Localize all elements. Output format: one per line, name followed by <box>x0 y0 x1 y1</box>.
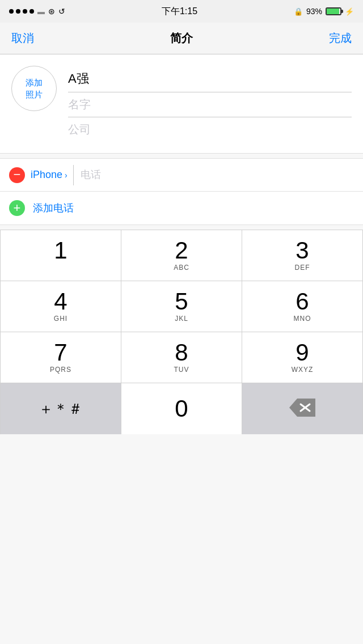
dial-number-3: 3 <box>296 239 309 262</box>
name-fields <box>68 66 352 142</box>
status-left: ▬ ⊛ ↺ <box>9 7 65 16</box>
backspace-icon <box>289 399 315 419</box>
dial-letters-5: JKL <box>175 315 188 324</box>
signal-dot-2 <box>16 9 20 14</box>
refresh-icon: ↺ <box>58 7 65 16</box>
dial-number-2: 2 <box>175 239 188 262</box>
status-right: 🔒 93% ⚡ <box>294 7 354 16</box>
dial-letters-7: PQRS <box>50 366 71 375</box>
add-phone-row: + 添加电话 <box>0 192 363 224</box>
wifi-icon: ⊛ <box>48 7 55 16</box>
first-name-input[interactable] <box>68 66 352 92</box>
dial-number-7: 7 <box>54 341 67 365</box>
dial-key-7[interactable]: 7 PQRS <box>1 332 121 383</box>
add-photo-label: 添加 照片 <box>26 77 43 100</box>
phone-row: − iPhone › <box>0 159 363 192</box>
add-photo-button[interactable]: 添加 照片 <box>11 66 57 111</box>
dial-key-6[interactable]: 6 MNO <box>242 281 363 332</box>
cancel-button[interactable]: 取消 <box>11 31 34 46</box>
svg-marker-0 <box>289 399 315 417</box>
dial-key-4[interactable]: 4 GHI <box>1 281 121 332</box>
last-name-input[interactable] <box>68 92 352 117</box>
carrier-icon: ▬ <box>37 7 45 16</box>
company-input[interactable] <box>68 117 352 142</box>
dial-key-backspace[interactable] <box>242 383 363 434</box>
dial-letters-9: WXYZ <box>292 366 314 375</box>
battery-icon <box>326 7 341 15</box>
dial-letters-1 <box>60 264 62 273</box>
plus-icon: + <box>14 202 21 214</box>
dial-number-4: 4 <box>54 290 67 313</box>
dial-number-0: 0 <box>175 397 188 421</box>
status-bar: ▬ ⊛ ↺ 下午1:15 🔒 93% ⚡ <box>0 0 363 23</box>
dial-letters-3: DEF <box>295 264 310 273</box>
signal-dot-4 <box>29 9 34 14</box>
dial-key-9[interactable]: 9 WXYZ <box>242 332 363 383</box>
dial-key-special[interactable]: ＋＊＃ <box>1 383 121 434</box>
phone-divider <box>73 165 74 185</box>
dial-number-5: 5 <box>175 290 188 313</box>
nav-title: 简介 <box>170 31 193 46</box>
dial-key-2[interactable]: 2 ABC <box>121 230 242 281</box>
special-chars-label: ＋＊＃ <box>39 399 83 419</box>
dial-key-3[interactable]: 3 DEF <box>242 230 363 281</box>
dialpad-bottom-row: ＋＊＃ 0 <box>0 383 363 434</box>
dialpad: 1 2 ABC 3 DEF 4 GHI 5 JKL 6 MNO 7 PQRS <box>0 230 363 434</box>
dialpad-grid: 1 2 ABC 3 DEF 4 GHI 5 JKL 6 MNO 7 PQRS <box>0 230 363 383</box>
done-button[interactable]: 完成 <box>329 31 352 46</box>
add-phone-label[interactable]: 添加电话 <box>33 201 74 215</box>
dial-number-9: 9 <box>296 341 309 365</box>
charging-icon: ⚡ <box>345 7 354 16</box>
dial-key-1[interactable]: 1 <box>1 230 121 281</box>
dial-key-5[interactable]: 5 JKL <box>121 281 242 332</box>
dial-key-0[interactable]: 0 <box>121 383 242 434</box>
dial-key-8[interactable]: 8 TUV <box>121 332 242 383</box>
phone-label-text: iPhone <box>31 169 62 181</box>
contact-form: 添加 照片 <box>0 54 363 154</box>
chevron-right-icon: › <box>65 171 67 180</box>
minus-icon: − <box>14 168 21 181</box>
signal-dot-1 <box>9 9 14 14</box>
dial-letters-6: MNO <box>294 315 311 324</box>
phone-number-input[interactable] <box>81 169 354 181</box>
nav-bar: 取消 简介 完成 <box>0 23 363 54</box>
phone-label-button[interactable]: iPhone › <box>25 169 73 181</box>
dial-letters-2: ABC <box>174 264 189 273</box>
lock-icon: 🔒 <box>294 7 303 16</box>
dial-number-6: 6 <box>296 290 309 313</box>
battery-percent: 93% <box>306 7 322 16</box>
dial-letters-8: TUV <box>174 366 189 375</box>
phone-section: − iPhone › + 添加电话 <box>0 158 363 225</box>
delete-phone-button[interactable]: − <box>9 167 25 183</box>
dial-number-8: 8 <box>175 341 188 365</box>
dial-number-1: 1 <box>54 239 67 262</box>
signal-dot-3 <box>23 9 27 14</box>
status-time: 下午1:15 <box>162 6 197 18</box>
signal-dots <box>9 9 34 14</box>
dial-letters-4: GHI <box>54 315 67 324</box>
add-phone-button[interactable]: + <box>9 200 25 216</box>
